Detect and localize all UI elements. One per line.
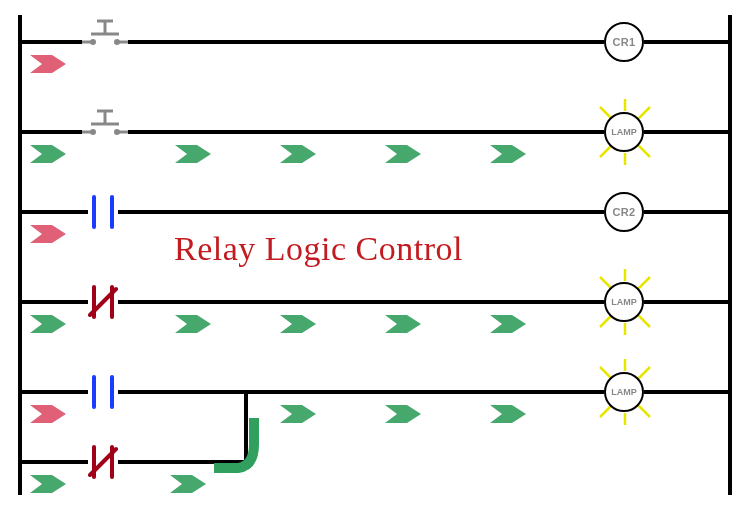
- svg-marker-59: [170, 475, 206, 493]
- flow-arrow-icon: [280, 405, 316, 423]
- rung-segment: [20, 40, 82, 44]
- flow-arrow-icon: [30, 475, 66, 493]
- flow-arrow-icon: [175, 315, 211, 333]
- lamp-label: LAMP: [611, 297, 637, 307]
- svg-marker-39: [175, 315, 211, 333]
- rung-segment: [644, 300, 730, 304]
- rung-segment: [244, 390, 604, 394]
- rung-segment: [644, 40, 730, 44]
- flow-arrow-icon: [30, 225, 66, 243]
- svg-line-35: [638, 315, 650, 327]
- coil-output: CR1: [604, 22, 644, 62]
- rung-segment: [20, 460, 88, 464]
- lamp-label: LAMP: [611, 387, 637, 397]
- svg-point-9: [90, 129, 96, 135]
- flow-arrow-icon: [30, 55, 66, 73]
- svg-marker-53: [385, 405, 421, 423]
- lamp-label: LAMP: [611, 127, 637, 137]
- flow-arrow-icon: [280, 145, 316, 163]
- nc-contact-icon: [88, 285, 118, 319]
- svg-marker-54: [490, 405, 526, 423]
- flow-arrow-icon: [385, 315, 421, 333]
- svg-marker-38: [30, 315, 66, 333]
- flow-arrow-icon: [385, 405, 421, 423]
- nc-contact-icon: [88, 445, 118, 479]
- power-rail-right: [728, 15, 732, 495]
- rung-segment: [20, 390, 88, 394]
- flow-arrow-icon: [30, 145, 66, 163]
- rung-segment: [118, 300, 604, 304]
- flow-arrow-icon: [175, 145, 211, 163]
- svg-marker-25: [490, 145, 526, 163]
- svg-marker-41: [385, 315, 421, 333]
- rung-segment: [118, 390, 246, 394]
- rung-segment: [128, 130, 604, 134]
- svg-line-48: [638, 405, 650, 417]
- svg-marker-51: [30, 405, 66, 423]
- coil-label: CR1: [613, 36, 636, 48]
- svg-marker-21: [30, 145, 66, 163]
- rung-segment: [118, 210, 604, 214]
- lamp-output: LAMP: [604, 112, 644, 152]
- flow-arrow-icon: [30, 315, 66, 333]
- relay-ladder-diagram: CR1 LAMP CR2 Relay Logic Control: [0, 0, 750, 508]
- coil-label: CR2: [613, 206, 636, 218]
- flow-arrow-icon: [30, 405, 66, 423]
- rung-segment: [644, 210, 730, 214]
- flow-arrow-icon: [490, 315, 526, 333]
- svg-point-3: [114, 39, 120, 45]
- svg-marker-24: [385, 145, 421, 163]
- svg-line-46: [638, 367, 650, 379]
- svg-line-33: [638, 277, 650, 289]
- pushbutton-icon: [82, 105, 128, 137]
- svg-point-1: [90, 39, 96, 45]
- rung-segment: [20, 210, 88, 214]
- coil-output: CR2: [604, 192, 644, 232]
- svg-marker-28: [30, 225, 66, 243]
- svg-marker-40: [280, 315, 316, 333]
- svg-point-11: [114, 129, 120, 135]
- pushbutton-icon: [82, 15, 128, 47]
- flow-arrow-icon: [490, 145, 526, 163]
- no-contact-icon: [88, 375, 118, 409]
- rung-segment: [644, 130, 730, 134]
- flow-arrow-icon: [385, 145, 421, 163]
- svg-line-18: [638, 145, 650, 157]
- lamp-output: LAMP: [604, 372, 644, 412]
- rung-segment: [128, 40, 604, 44]
- svg-marker-42: [490, 315, 526, 333]
- svg-marker-23: [280, 145, 316, 163]
- flow-arrow-icon: [490, 405, 526, 423]
- rung-segment: [20, 300, 88, 304]
- power-rail-left: [18, 15, 22, 495]
- rung-segment: [20, 130, 82, 134]
- diagram-title: Relay Logic Control: [174, 230, 463, 268]
- rung-segment: [644, 390, 730, 394]
- flow-arrow-icon: [280, 315, 316, 333]
- branch-flow-icon: [210, 398, 260, 478]
- svg-marker-58: [30, 475, 66, 493]
- svg-marker-7: [30, 55, 66, 73]
- svg-marker-52: [280, 405, 316, 423]
- lamp-output: LAMP: [604, 282, 644, 322]
- flow-arrow-icon: [170, 475, 206, 493]
- svg-marker-22: [175, 145, 211, 163]
- svg-line-16: [638, 107, 650, 119]
- no-contact-icon: [88, 195, 118, 229]
